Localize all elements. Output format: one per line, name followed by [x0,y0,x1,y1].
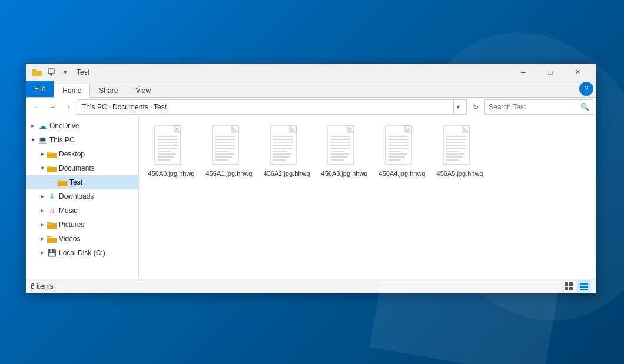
file-name: 456A5.jpg.hhwq [437,169,483,178]
view-grid-button[interactable] [562,280,576,292]
file-item[interactable]: 456A2.jpg.hhwq [260,122,313,180]
file-name: 456A3.jpg.hhwq [321,169,368,178]
documents-icon [47,163,57,173]
expand-pictures[interactable]: ► [38,220,47,229]
thispc-icon: 💻 [38,135,47,145]
quick-access-toolbar: ▼ [31,66,72,79]
expand-videos[interactable]: ► [38,234,47,243]
tab-share[interactable]: Share [90,83,127,97]
expand-downloads[interactable]: ► [38,192,47,201]
file-icon [384,125,420,167]
file-icon [269,125,304,167]
pictures-icon [47,220,57,229]
address-box[interactable]: This PC › Documents › Test ▼ [78,99,467,115]
svg-rect-4 [50,73,52,75]
crumb-test[interactable]: Test [154,103,167,111]
svg-rect-93 [580,286,588,288]
downloads-icon: ⇓ [47,192,57,201]
sidebar-item-localdisk[interactable]: ► 💾 Local Disk (C:) [26,246,138,260]
back-button[interactable]: ← [28,99,44,115]
svg-rect-13 [47,222,51,225]
expand-documents[interactable]: ▼ [38,163,47,173]
refresh-button[interactable]: ↻ [468,99,483,115]
onedrive-icon: ☁ [38,121,47,131]
file-item[interactable]: 456A5.jpg.hhwq [433,122,486,180]
desktop-icon [47,149,57,159]
sidebar-item-test[interactable]: ► Test [26,175,138,189]
onedrive-label: OneDrive [49,122,79,130]
svg-rect-2 [32,71,42,76]
forward-button[interactable]: → [45,99,60,115]
crumb-documents[interactable]: Documents [112,103,148,111]
maximize-button[interactable]: □ [537,64,564,81]
crumb-this-pc[interactable]: This PC [82,103,107,111]
svg-marker-78 [462,126,469,133]
svg-rect-76 [443,126,469,165]
expand-desktop[interactable]: ► [38,149,47,159]
titlebar: ▼ Test ─ □ ✕ [26,64,596,81]
sidebar-item-desktop[interactable]: ► Desktop [26,147,138,161]
view-list-button[interactable] [577,280,591,292]
main-area: ► ☁ OneDrive ▼ 💻 This PC ► Desktop ▼ [26,116,596,279]
minimize-button[interactable]: ─ [510,64,537,81]
svg-rect-11 [58,180,62,182]
ribbon: File Home Share View ? [26,81,596,98]
documents-label: Documents [59,164,95,172]
expand-onedrive[interactable]: ► [28,121,38,131]
svg-rect-7 [47,152,51,154]
tab-home[interactable]: Home [54,84,90,98]
svg-rect-9 [47,166,51,168]
file-name: 456A2.jpg.hhwq [264,169,310,178]
close-button[interactable]: ✕ [564,64,591,81]
breadcrumb: This PC › Documents › Test [82,103,167,111]
addressbar-row: ← → ↑ This PC › Documents › Test ▼ ↻ 🔍 [26,98,596,116]
crumb-sep-1: › [109,103,111,110]
view-buttons [562,280,591,292]
search-input[interactable] [489,103,580,111]
file-icon [442,125,477,167]
expand-thispc[interactable]: ▼ [28,135,38,145]
videos-label: Videos [59,235,80,243]
tab-view[interactable]: View [127,83,160,97]
window-title: Test [77,68,510,76]
svg-rect-94 [580,289,588,290]
expand-music[interactable]: ► [38,206,47,215]
sidebar-item-music[interactable]: ► ♫ Music [26,203,138,218]
sidebar-item-documents[interactable]: ▼ Documents [26,161,138,175]
window-controls: ─ □ ✕ [510,64,591,81]
file-item[interactable]: 456A1.jpg.hhwq [203,122,255,180]
svg-rect-88 [565,282,568,286]
test-label: Test [69,178,82,186]
ribbon-tab-bar: File Home Share View ? [26,81,596,98]
sidebar-item-pictures[interactable]: ► Pictures [26,218,138,232]
svg-marker-77 [462,126,469,133]
sidebar-item-downloads[interactable]: ► ⇓ Downloads [26,189,138,203]
expand-localdisk[interactable]: ► [38,248,47,258]
music-label: Music [59,206,77,215]
folder-icon [31,66,44,79]
search-box[interactable]: 🔍 [484,99,593,115]
test-icon [58,178,67,187]
help-button[interactable]: ? [579,82,593,96]
svg-rect-89 [569,282,573,286]
file-icon [154,125,189,167]
sidebar-item-thispc[interactable]: ▼ 💻 This PC [26,133,138,147]
svg-rect-90 [565,287,568,290]
file-area: 456A0.jpg.hhwq [139,116,596,279]
search-icon[interactable]: 🔍 [580,103,589,111]
tab-file[interactable]: File [26,81,54,97]
up-button[interactable]: ↑ [61,99,77,115]
dropdown-arrow[interactable]: ▼ [59,66,72,79]
file-item[interactable]: 456A4.jpg.hhwq [376,122,429,180]
desktop-label: Desktop [59,150,85,158]
file-item[interactable]: 456A0.jpg.hhwq [145,122,198,180]
sidebar-item-videos[interactable]: ► Videos [26,232,138,246]
sidebar-item-onedrive[interactable]: ► ☁ OneDrive [26,119,138,133]
statusbar: 6 items [26,279,596,293]
crumb-sep-2: › [150,103,152,110]
address-dropdown-button[interactable]: ▼ [453,99,463,115]
file-icon [327,125,362,167]
pin-icon[interactable] [45,66,58,79]
file-item[interactable]: 456A3.jpg.hhwq [318,122,371,180]
localdisk-icon: 💾 [47,248,57,258]
